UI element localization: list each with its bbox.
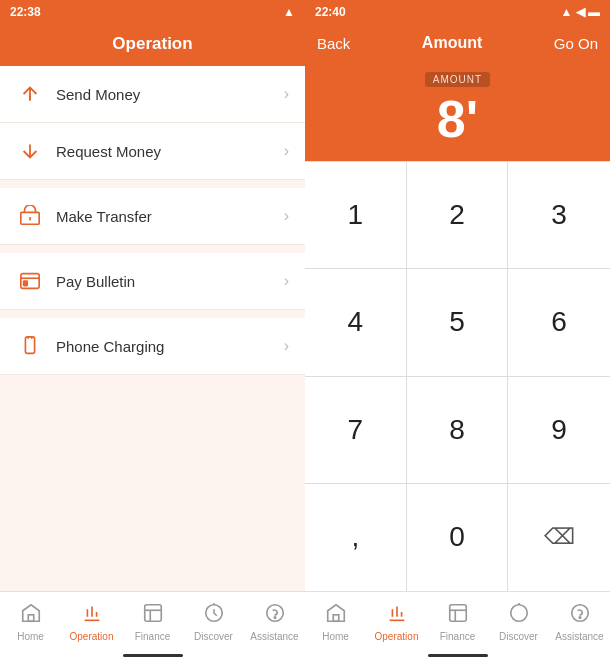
left-nav-home-label: Home <box>17 631 44 642</box>
svg-point-18 <box>274 616 275 617</box>
right-home-indicator <box>305 651 610 659</box>
left-nav-discover[interactable]: Discover <box>183 598 244 646</box>
send-money-chevron: › <box>284 85 289 103</box>
numpad-key-8[interactable]: 8 <box>407 377 509 484</box>
right-operation-icon <box>386 602 408 629</box>
numpad-key-4[interactable]: 4 <box>305 269 407 376</box>
go-on-button[interactable]: Go On <box>554 35 598 52</box>
left-home-indicator <box>0 651 305 659</box>
numpad-key-9[interactable]: 9 <box>508 377 610 484</box>
left-menu: Send Money › Request Money › <box>0 66 305 591</box>
right-nav-assistance-label: Assistance <box>555 631 603 642</box>
request-money-icon <box>16 137 44 165</box>
request-money-label: Request Money <box>56 143 284 160</box>
menu-item-pay-bulletin[interactable]: Pay Bulletin › <box>0 253 305 310</box>
right-time: 22:40 <box>315 5 346 19</box>
right-nav-finance[interactable]: Finance <box>427 598 488 646</box>
right-nav-home-label: Home <box>322 631 349 642</box>
numpad-key-5[interactable]: 5 <box>407 269 509 376</box>
send-money-icon <box>16 80 44 108</box>
numpad-key-7[interactable]: 7 <box>305 377 407 484</box>
left-operation-icon <box>81 602 103 629</box>
left-time: 22:38 <box>10 5 41 19</box>
numpad-key-comma[interactable]: , <box>305 484 407 591</box>
left-nav-assistance[interactable]: Assistance <box>244 598 305 646</box>
numpad-key-3[interactable]: 3 <box>508 162 610 269</box>
request-money-chevron: › <box>284 142 289 160</box>
right-bottom-nav: Home Operation Finance <box>305 591 610 651</box>
right-nav-operation-label: Operation <box>375 631 419 642</box>
menu-section-1: Send Money › Request Money › <box>0 66 305 180</box>
left-nav-discover-label: Discover <box>194 631 233 642</box>
right-nav-finance-label: Finance <box>440 631 476 642</box>
left-assistance-icon <box>264 602 286 629</box>
svg-rect-19 <box>333 614 339 620</box>
phone-charging-icon <box>16 332 44 360</box>
right-home-bar <box>428 654 488 657</box>
left-home-bar <box>123 654 183 657</box>
left-nav-assistance-label: Assistance <box>250 631 298 642</box>
back-button[interactable]: Back <box>317 35 350 52</box>
numpad-key-1[interactable]: 1 <box>305 162 407 269</box>
amount-label: AMOUNT <box>425 72 490 87</box>
svg-point-26 <box>579 616 580 617</box>
left-nav-home[interactable]: Home <box>0 598 61 646</box>
make-transfer-chevron: › <box>284 207 289 225</box>
right-signal: ▲ ◀ ▬ <box>560 5 600 19</box>
pay-bulletin-label: Pay Bulletin <box>56 273 284 290</box>
menu-item-request-money[interactable]: Request Money › <box>0 123 305 180</box>
phone-charging-chevron: › <box>284 337 289 355</box>
amount-display: AMOUNT 8' <box>305 64 610 161</box>
left-finance-icon <box>142 602 164 629</box>
numpad-key-backspace[interactable]: ⌫ <box>508 484 610 591</box>
svg-rect-7 <box>24 281 28 286</box>
right-nav-home[interactable]: Home <box>305 598 366 646</box>
right-header-title: Amount <box>422 34 482 52</box>
svg-rect-11 <box>28 614 34 620</box>
menu-section-2: Make Transfer › <box>0 188 305 245</box>
svg-point-23 <box>510 604 527 621</box>
left-status-bar: 22:38 ▲ <box>0 0 305 24</box>
left-nav-operation-label: Operation <box>70 631 114 642</box>
menu-section-3: Pay Bulletin › <box>0 253 305 310</box>
right-discover-icon <box>508 602 530 629</box>
right-panel: 22:40 ▲ ◀ ▬ Back Amount Go On AMOUNT 8' … <box>305 0 610 659</box>
right-nav-assistance[interactable]: Assistance <box>549 598 610 646</box>
left-signal: ▲ <box>283 5 295 19</box>
svg-rect-20 <box>449 604 466 621</box>
right-nav-discover-label: Discover <box>499 631 538 642</box>
make-transfer-label: Make Transfer <box>56 208 284 225</box>
menu-section-4: Phone Charging › <box>0 318 305 375</box>
numpad-key-6[interactable]: 6 <box>508 269 610 376</box>
left-panel: 22:38 ▲ Operation Send Money › <box>0 0 305 659</box>
svg-rect-12 <box>144 604 161 621</box>
numpad-key-0[interactable]: 0 <box>407 484 509 591</box>
left-nav-finance[interactable]: Finance <box>122 598 183 646</box>
left-header-title: Operation <box>112 34 192 53</box>
left-bottom-nav: Home Operation Finance <box>0 591 305 651</box>
make-transfer-icon <box>16 202 44 230</box>
left-nav-finance-label: Finance <box>135 631 171 642</box>
left-header: Operation <box>0 24 305 66</box>
svg-rect-8 <box>25 337 34 354</box>
right-finance-icon <box>447 602 469 629</box>
numpad-key-2[interactable]: 2 <box>407 162 509 269</box>
menu-item-send-money[interactable]: Send Money › <box>0 66 305 123</box>
right-nav-discover[interactable]: Discover <box>488 598 549 646</box>
right-header: Back Amount Go On <box>305 24 610 64</box>
pay-bulletin-icon <box>16 267 44 295</box>
pay-bulletin-chevron: › <box>284 272 289 290</box>
right-home-icon <box>325 602 347 629</box>
amount-value: 8' <box>437 93 478 145</box>
right-assistance-icon <box>569 602 591 629</box>
send-money-label: Send Money <box>56 86 284 103</box>
right-nav-operation[interactable]: Operation <box>366 598 427 646</box>
menu-item-phone-charging[interactable]: Phone Charging › <box>0 318 305 375</box>
right-status-bar: 22:40 ▲ ◀ ▬ <box>305 0 610 24</box>
left-nav-operation[interactable]: Operation <box>61 598 122 646</box>
left-discover-icon <box>203 602 225 629</box>
menu-item-make-transfer[interactable]: Make Transfer › <box>0 188 305 245</box>
phone-charging-label: Phone Charging <box>56 338 284 355</box>
left-home-icon <box>20 602 42 629</box>
numpad: 1 2 3 4 5 6 7 8 9 , 0 ⌫ <box>305 161 610 591</box>
